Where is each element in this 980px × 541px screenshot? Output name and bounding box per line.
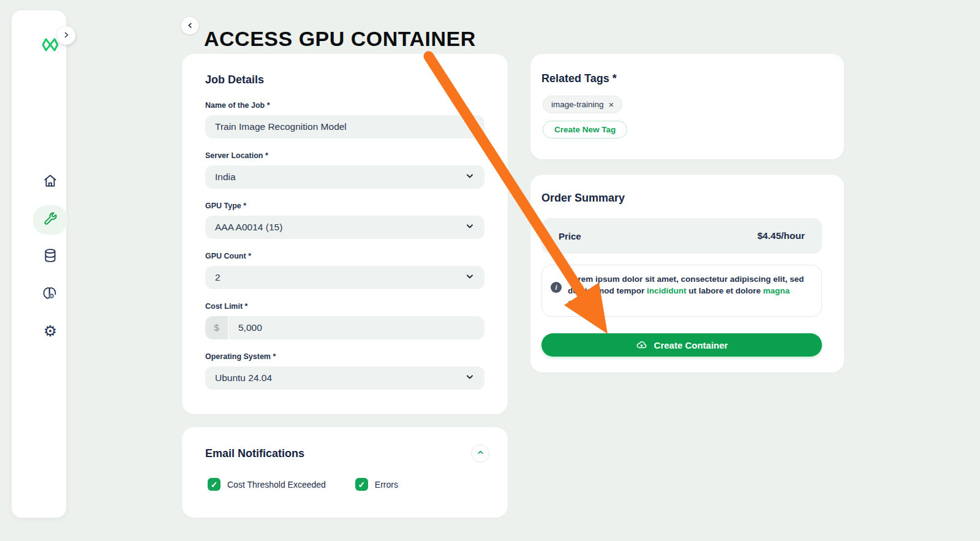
sidebar: ⚙ ⚙ bbox=[12, 10, 66, 518]
back-button[interactable] bbox=[181, 17, 198, 34]
field-label-gpu-count: GPU Count * bbox=[205, 252, 484, 260]
sidebar-expand-button[interactable] bbox=[57, 26, 75, 45]
related-tags-card: Related Tags * image-training × Create N… bbox=[530, 54, 844, 159]
tag-chip[interactable]: image-training × bbox=[543, 96, 622, 113]
cloud-upload-icon bbox=[636, 339, 647, 351]
gpu-count-value: 2 bbox=[215, 272, 221, 283]
checkbox-errors[interactable]: ✓ Errors bbox=[355, 478, 398, 491]
server-location-value: India bbox=[215, 172, 236, 183]
info-box: i Lorem ipsum dolor sit amet, consectetu… bbox=[541, 265, 822, 317]
chevron-down-icon bbox=[465, 171, 475, 183]
server-location-select[interactable]: India bbox=[205, 165, 484, 189]
info-icon: i bbox=[551, 282, 562, 293]
info-text: Lorem ipsum dolor sit amet, consectetur … bbox=[568, 273, 813, 308]
sidebar-item-home[interactable] bbox=[33, 167, 67, 197]
order-summary-title: Order Summary bbox=[541, 192, 822, 205]
order-summary-card: Order Summary Price $4.45/hour i Lorem i… bbox=[530, 175, 844, 373]
job-name-input[interactable] bbox=[215, 121, 475, 132]
settings-gear-icon: ⚙ bbox=[43, 323, 57, 339]
email-notifications-title: Email Notifications bbox=[205, 447, 304, 460]
checkbox-label: Cost Threshold Exceeded bbox=[227, 480, 326, 490]
chevron-down-icon bbox=[465, 221, 475, 233]
chevron-down-icon bbox=[465, 271, 475, 284]
chevron-right-icon bbox=[62, 30, 70, 41]
checkbox-checked-icon[interactable]: ✓ bbox=[208, 478, 221, 491]
sidebar-item-tools[interactable] bbox=[33, 205, 67, 235]
chevron-left-icon bbox=[187, 20, 194, 31]
field-label-cost-limit: Cost Limit * bbox=[205, 302, 484, 311]
related-tags-title: Related Tags * bbox=[541, 72, 833, 85]
gpu-type-value: AAA A0014 (15) bbox=[215, 222, 282, 233]
price-label: Price bbox=[559, 231, 581, 241]
dollar-prefix: $ bbox=[205, 316, 228, 339]
sidebar-item-ai-models[interactable]: ⚙ bbox=[33, 279, 67, 309]
field-label-operating-system: Operating System * bbox=[205, 352, 484, 361]
access-gpu-container-page: ⚙ ⚙ ACCESS GPU CONTAINER Job Details Nam… bbox=[0, 0, 980, 541]
database-icon bbox=[42, 248, 58, 266]
chevron-down-icon bbox=[465, 372, 475, 384]
field-label-server-location: Server Location * bbox=[205, 151, 484, 160]
checkbox-checked-icon[interactable]: ✓ bbox=[355, 478, 368, 491]
collapse-section-button[interactable] bbox=[471, 444, 489, 463]
tag-label: image-training bbox=[551, 100, 604, 109]
operating-system-select[interactable]: Ubuntu 24.04 bbox=[205, 366, 484, 390]
gpu-type-select[interactable]: AAA A0014 (15) bbox=[205, 216, 484, 239]
cost-limit-input[interactable] bbox=[238, 322, 475, 333]
info-link[interactable]: incididunt bbox=[647, 286, 687, 295]
checkbox-label: Errors bbox=[375, 480, 398, 490]
sidebar-item-settings[interactable]: ⚙ bbox=[33, 316, 67, 346]
email-notifications-card: Email Notifications ✓ Cost Threshold Exc… bbox=[182, 427, 508, 518]
field-label-gpu-type: GPU Type * bbox=[205, 202, 484, 210]
wrench-icon bbox=[42, 211, 58, 229]
operating-system-value: Ubuntu 24.04 bbox=[215, 373, 272, 384]
job-details-card: Job Details Name of the Job * Server Loc… bbox=[182, 54, 508, 414]
job-name-input-wrap bbox=[205, 115, 484, 138]
price-row: Price $4.45/hour bbox=[541, 218, 822, 254]
brain-gear-icon: ⚙ bbox=[41, 285, 59, 303]
job-details-title: Job Details bbox=[205, 74, 484, 86]
home-icon bbox=[42, 173, 58, 191]
field-label-job-name: Name of the Job * bbox=[205, 101, 484, 110]
create-new-tag-button[interactable]: Create New Tag bbox=[543, 121, 627, 138]
cost-limit-field: $ bbox=[205, 316, 484, 339]
price-value: $4.45/hour bbox=[757, 230, 805, 241]
gpu-count-select[interactable]: 2 bbox=[205, 266, 484, 289]
create-container-button[interactable]: Create Container bbox=[541, 333, 822, 357]
sidebar-item-database[interactable] bbox=[33, 242, 67, 271]
chevron-up-icon bbox=[477, 448, 484, 459]
checkbox-cost-threshold[interactable]: ✓ Cost Threshold Exceeded bbox=[208, 478, 326, 491]
cost-limit-input-wrap bbox=[228, 316, 484, 339]
create-container-label: Create Container bbox=[654, 340, 728, 350]
remove-tag-icon[interactable]: × bbox=[609, 100, 614, 109]
mini-gear-glyph: ⚙ bbox=[48, 293, 55, 300]
page-title: ACCESS GPU CONTAINER bbox=[204, 27, 476, 51]
